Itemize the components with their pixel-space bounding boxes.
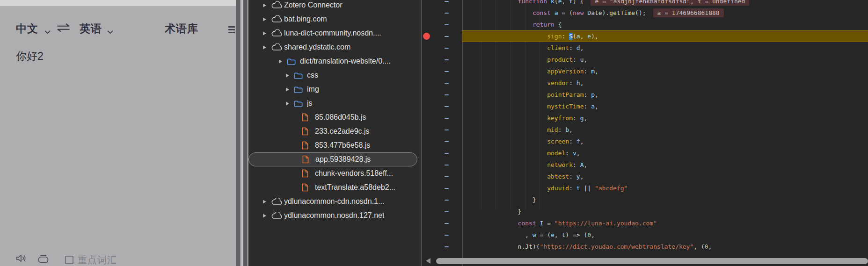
code-line[interactable]: client: d, — [462, 42, 868, 54]
tree-item-app-59389428-js[interactable]: app.59389428.js — [248, 152, 417, 166]
code-line[interactable]: n.Jt)("https://dict.youdao.com/webtransl… — [462, 241, 868, 252]
code-line[interactable]: pointParam: p, — [462, 89, 868, 101]
line-number-dash — [445, 83, 449, 84]
tree-item-label: dict/translation-website/0.... — [300, 57, 391, 65]
code-line[interactable]: } — [462, 194, 868, 206]
file-icon — [302, 169, 315, 178]
chevron-down-icon[interactable] — [107, 28, 113, 36]
domain-cloud-icon — [271, 1, 284, 9]
code-line[interactable]: abtest: y, — [462, 171, 868, 182]
tree-item-shared-ydstatic-com[interactable]: shared.ydstatic.com — [248, 40, 421, 54]
inline-eval-badge: e = "asdjnjfenknafdfsdfsd", t = undefine… — [591, 0, 749, 6]
list-icon[interactable] — [228, 26, 235, 35]
tree-item-85-086d045b-js[interactable]: 85.086d045b.js — [248, 110, 421, 124]
speaker-icon[interactable] — [15, 254, 27, 265]
line-number-dash — [445, 1, 449, 2]
translation-input-text[interactable]: 你好2 — [16, 49, 44, 64]
disclosure-triangle-icon[interactable] — [263, 213, 271, 218]
highlight-words-checkbox[interactable] — [65, 256, 73, 264]
tree-item-ydlunacommon-nosdn-127-net[interactable]: ydlunacommon.nosdn.127.net — [248, 208, 421, 223]
swap-languages-icon[interactable] — [56, 23, 71, 34]
code-line[interactable]: screen: f, — [462, 136, 868, 147]
tree-item-label: textTranslate.a58deb2... — [315, 183, 395, 192]
line-number-dash — [445, 118, 449, 119]
file-icon — [302, 127, 315, 136]
file-icon — [302, 155, 315, 164]
disclosure-triangle-icon[interactable] — [278, 59, 287, 64]
code-line[interactable]: , w = (e, t) => (0, — [462, 229, 868, 241]
inline-eval-badge: a = 1746966861888 — [653, 8, 724, 17]
folder-icon — [294, 72, 307, 79]
disclosure-triangle-icon[interactable] — [285, 87, 294, 92]
tree-item-chunk-vendors-518eff[interactable]: chunk-vendors.518eff... — [248, 166, 421, 180]
file-icon — [302, 141, 315, 150]
line-number-dash — [445, 211, 449, 212]
scroll-left-arrow-icon[interactable] — [426, 258, 430, 264]
tree-item-label: 853.477b6e58.js — [315, 141, 370, 150]
disclosure-triangle-icon[interactable] — [285, 101, 294, 106]
tree-item-img[interactable]: img — [248, 82, 421, 96]
disclosure-triangle-icon[interactable] — [263, 199, 271, 204]
source-language-select[interactable]: 中文 — [16, 22, 38, 36]
code-line[interactable]: product: u, — [462, 54, 868, 65]
glossary-tab[interactable]: 术语库 — [165, 22, 198, 36]
line-number-gutter[interactable] — [440, 0, 462, 259]
line-number-dash — [445, 246, 449, 247]
tree-item-dict-translation-website-0[interactable]: dict/translation-website/0.... — [248, 54, 421, 68]
chevron-down-icon[interactable] — [44, 28, 51, 36]
breakpoint-icon[interactable] — [423, 33, 430, 40]
line-number-dash — [445, 24, 449, 25]
code-line[interactable]: keyfrom: g, — [462, 112, 868, 124]
tree-item-bat-bing-com[interactable]: bat.bing.com — [248, 12, 421, 26]
tree-item-label: js — [307, 99, 313, 108]
tree-item-233-ce2ade9c-js[interactable]: 233.ce2ade9c.js — [248, 124, 421, 138]
tree-item-label: chunk-vendors.518eff... — [315, 169, 393, 178]
code-line[interactable]: appVersion: m, — [462, 65, 868, 77]
tree-item-label: ydlunacommon.nosdn.127.net — [284, 211, 384, 220]
code-line[interactable]: mysticTime: a, — [462, 101, 868, 112]
page-top-strip — [0, 0, 236, 6]
line-number-dash — [445, 13, 449, 14]
disclosure-triangle-icon[interactable] — [263, 45, 271, 50]
code-line[interactable]: model: v, — [462, 147, 868, 159]
disclosure-triangle-icon[interactable] — [285, 73, 294, 78]
tree-item-texttranslate-a58deb2[interactable]: textTranslate.a58deb2... — [248, 180, 421, 194]
tree-item-label: ydlunacommon-cdn.nosdn.1... — [284, 197, 384, 206]
sources-file-tree: Zotero Connectorbat.bing.comluna-dict-co… — [248, 0, 421, 266]
tree-item-853-477b6e58-js[interactable]: 853.477b6e58.js — [248, 138, 421, 152]
domain-cloud-icon — [271, 198, 284, 205]
tree-item-js[interactable]: js — [248, 96, 421, 110]
tree-item-ydlunacommon-cdn-nosdn-1[interactable]: ydlunacommon-cdn.nosdn.1... — [248, 194, 421, 208]
highlight-words-label: 重点词汇 — [78, 254, 117, 266]
disclosure-triangle-icon[interactable] — [263, 17, 271, 22]
translation-footer: 重点词汇 — [0, 252, 236, 266]
disclosure-triangle-icon[interactable] — [263, 31, 271, 36]
code-line[interactable]: yduuid: t || "abcdefg" — [462, 182, 868, 194]
code-line-paused[interactable]: sign: S(a, e), — [462, 30, 868, 42]
tree-item-css[interactable]: css — [248, 68, 421, 82]
code-line[interactable]: } — [462, 206, 868, 217]
line-number-dash — [445, 153, 449, 154]
tree-item-label: bat.bing.com — [284, 15, 327, 23]
horizontal-scrollbar[interactable] — [422, 257, 868, 265]
language-bar: 中文 英语 术语库 — [0, 22, 236, 37]
domain-cloud-icon — [271, 212, 284, 219]
screen-display-icon[interactable] — [38, 255, 49, 265]
code-line[interactable]: const I = "https://luna-ai.youdao.com" — [462, 217, 868, 229]
line-number-dash — [445, 48, 449, 49]
code-line[interactable]: mid: b, — [462, 124, 868, 136]
code-line[interactable]: return { — [462, 19, 868, 30]
code-line[interactable]: function k(e, t) {e = "asdjnjfenknafdfsd… — [462, 0, 868, 7]
code-line[interactable]: network: A, — [462, 159, 868, 171]
tree-item-luna-dict-community-nosdn[interactable]: luna-dict-community.nosdn.... — [248, 26, 421, 40]
horizontal-scrollbar-thumb[interactable] — [436, 258, 868, 264]
target-language-select[interactable]: 英语 — [80, 22, 102, 36]
code-line[interactable]: vendor: h, — [462, 77, 868, 89]
folder-icon — [294, 100, 307, 107]
disclosure-triangle-icon[interactable] — [263, 3, 271, 8]
tree-item-zotero-connector[interactable]: Zotero Connector — [248, 0, 421, 12]
page-scrollbar[interactable] — [236, 0, 240, 266]
tree-item-label: 233.ce2ade9c.js — [315, 127, 370, 136]
devtools-splitter[interactable] — [243, 0, 247, 266]
code-line[interactable]: const a = (new Date).getTime();a = 17469… — [462, 7, 868, 19]
